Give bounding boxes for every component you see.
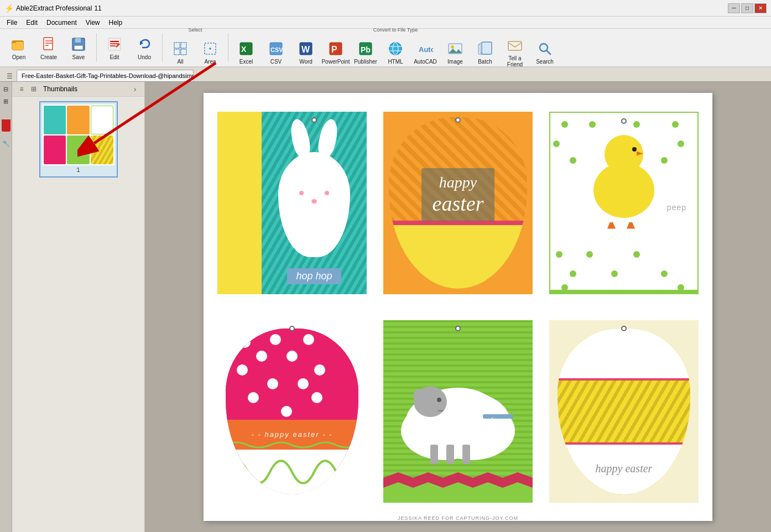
svg-line-41 <box>546 50 550 54</box>
csv-label: CSV <box>270 59 282 65</box>
save-icon <box>70 35 87 53</box>
sidebar-tool-icon[interactable]: 🔧 <box>1 138 11 148</box>
powerpoint-icon: P <box>327 40 345 58</box>
batch-icon <box>476 40 494 58</box>
save-button[interactable]: Save <box>64 32 93 64</box>
create-icon <box>40 35 58 53</box>
easter-card-bunny: hop hop <box>217 112 367 294</box>
svg-rect-7 <box>75 38 81 43</box>
svg-rect-39 <box>508 41 522 50</box>
egg-yellow-bottom <box>389 222 527 289</box>
publisher-button[interactable]: Pb Publisher <box>351 36 380 68</box>
open-label: Open <box>12 54 25 60</box>
svg-rect-16 <box>174 49 180 55</box>
bunny-body <box>278 152 350 257</box>
excel-label: Excel <box>239 59 253 65</box>
content-area: hop hop happy easter <box>145 82 771 532</box>
egg-pink-stripe <box>389 221 527 225</box>
all-button[interactable]: All <box>166 36 195 68</box>
tabbar: ☰ Free-Easter-Basket-Gift-Tag-Printables… <box>0 67 771 82</box>
menu-document[interactable]: Document <box>42 18 81 28</box>
svg-rect-8 <box>74 45 83 50</box>
chick-foot-left <box>607 222 621 229</box>
titlebar: ⚡ Able2Extract Professional 11 ─ □ ✕ <box>0 0 771 17</box>
easter-card-pink-egg: - - happy easter - - <box>217 320 367 503</box>
autocad-button[interactable]: AutoCAD AutoCAD <box>411 36 440 68</box>
word-label: Word <box>299 59 312 65</box>
main-area: ⊟ ⊞ 🔧 ≡ ⊞ Thumbnails › <box>0 82 771 532</box>
word-button[interactable]: W Word <box>291 36 320 68</box>
chick-head <box>605 135 643 174</box>
powerpoint-button[interactable]: P PowerPoint <box>321 36 350 68</box>
html-icon <box>387 40 404 58</box>
panel-grid-view-icon[interactable]: ⊞ <box>29 84 39 94</box>
open-icon <box>10 35 28 53</box>
create-button[interactable]: Create <box>34 32 63 64</box>
publisher-label: Publisher <box>354 59 377 65</box>
menu-view[interactable]: View <box>81 18 105 28</box>
hang-hole-3 <box>621 118 627 124</box>
easter-card-peep: peep <box>549 112 699 294</box>
menu-help[interactable]: Help <box>105 18 127 28</box>
svg-rect-17 <box>181 49 186 55</box>
all-label: All <box>177 59 183 65</box>
happy-easter-box: happy easter <box>421 168 495 221</box>
happy-easter-script: happy easter <box>596 462 653 475</box>
chevron-background: hop hop <box>262 112 367 294</box>
search-button[interactable]: Search <box>530 36 559 68</box>
toolbar: Open Create Save Edit <box>0 29 771 67</box>
hang-hole-2 <box>455 117 461 123</box>
thumbnail-page-1[interactable]: 1 <box>39 101 118 178</box>
search-icon <box>536 40 554 58</box>
menu-file[interactable]: File <box>2 18 22 28</box>
happy-easter-banner: - - happy easter - - <box>252 430 333 439</box>
pdf-tab[interactable]: Free-Easter-Basket-Gift-Tag-Printables-D… <box>17 70 194 81</box>
bunny-ear-left <box>288 117 312 159</box>
sidebar-pages-icon[interactable]: ⊟ <box>1 84 11 94</box>
happy-text: happy <box>433 174 484 191</box>
html-button[interactable]: HTML <box>381 36 410 68</box>
powerpoint-label: PowerPoint <box>321 59 350 65</box>
easter-card-happy-easter: happy easter <box>383 112 533 294</box>
tab-filename: Free-Easter-Basket-Gift-Tag-Printables-D… <box>22 72 194 79</box>
hang-hole <box>311 117 317 123</box>
svg-text:AutoCAD: AutoCAD <box>419 45 433 54</box>
excel-button[interactable]: X Excel <box>232 36 261 68</box>
thumbnails-panel: 1 <box>12 97 144 532</box>
easter-card-yellow-egg: happy easter <box>549 320 699 503</box>
chick-feet <box>607 222 640 229</box>
autocad-icon: AutoCAD <box>416 40 434 58</box>
close-window-button[interactable]: ✕ <box>754 3 767 13</box>
menu-edit[interactable]: Edit <box>22 18 42 28</box>
svg-rect-14 <box>174 43 180 48</box>
image-button[interactable]: Image <box>441 36 470 68</box>
undo-button[interactable]: Undo <box>130 32 159 64</box>
image-icon <box>446 40 464 58</box>
excel-icon: X <box>237 40 255 58</box>
panel-list-view-icon[interactable]: ≡ <box>17 84 27 94</box>
edit-button[interactable]: Edit <box>100 32 129 64</box>
area-button[interactable]: Area <box>196 36 225 68</box>
panel-collapse-button[interactable]: › <box>130 84 140 94</box>
easter-card-lamb: baa <box>383 320 533 503</box>
sidebar-bookmark-icon[interactable] <box>2 119 11 132</box>
svg-text:X: X <box>241 45 247 54</box>
minimize-button[interactable]: ─ <box>728 3 740 13</box>
app-title: Able2Extract Professional <box>16 4 92 12</box>
tell-a-friend-button[interactable]: Tell a Friend <box>501 36 529 68</box>
chevron-bottom <box>383 472 533 503</box>
hang-hole-4 <box>289 326 295 331</box>
area-label: Area <box>204 59 216 65</box>
undo-icon <box>136 35 153 53</box>
svg-rect-38 <box>482 42 492 54</box>
maximize-button[interactable]: □ <box>741 3 753 13</box>
panel-toggle-icon[interactable]: ☰ <box>4 71 14 81</box>
batch-button[interactable]: Batch <box>471 36 499 68</box>
csv-button[interactable]: CSV CSV <box>262 36 290 68</box>
sidebar-grid-icon[interactable]: ⊞ <box>1 96 11 106</box>
all-icon <box>171 40 189 58</box>
open-button[interactable]: Open <box>4 32 33 64</box>
left-panel: ≡ ⊞ Thumbnails › <box>12 82 145 532</box>
image-label: Image <box>447 59 463 65</box>
chick-foot-right <box>627 222 640 229</box>
